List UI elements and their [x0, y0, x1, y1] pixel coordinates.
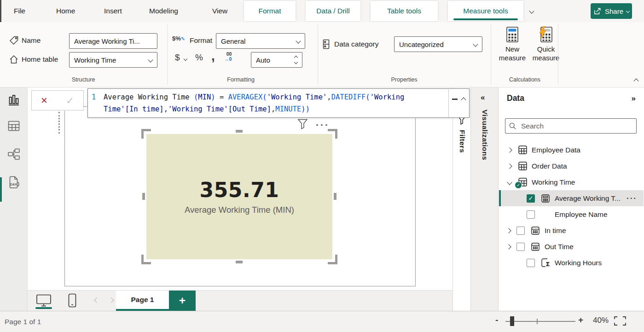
- cancel-formula-icon[interactable]: ×: [41, 95, 47, 106]
- field-checkbox[interactable]: [516, 243, 525, 251]
- format-icon: $%✎: [172, 35, 185, 42]
- selection-handle-edge[interactable]: [334, 193, 337, 200]
- expand-chevron-icon[interactable]: [506, 228, 511, 233]
- next-page-arrow-icon[interactable]: [109, 297, 114, 303]
- field-row-working-time[interactable]: ✓ Working Time: [499, 174, 644, 190]
- collapse-data-pane-icon[interactable]: »: [632, 94, 636, 103]
- tab-view[interactable]: View: [212, 0, 227, 22]
- mobile-layout-icon[interactable]: [68, 293, 76, 308]
- previous-page-arrow-icon[interactable]: [94, 297, 99, 303]
- filters-pane-title: Filters: [458, 130, 466, 153]
- currency-chevron-icon[interactable]: [184, 57, 187, 61]
- measure-name-input[interactable]: [69, 33, 157, 49]
- collapse-chevron-icon[interactable]: [507, 180, 512, 185]
- collapse-ribbon-chevron-icon[interactable]: [633, 78, 638, 83]
- add-page-button[interactable]: +: [169, 291, 196, 311]
- formula-bar: × ✓ 1Average Working Time (MIN) = AVERAG…: [31, 88, 470, 118]
- tab-overflow-chevron-icon[interactable]: [529, 8, 534, 13]
- expand-chevron-icon[interactable]: [506, 244, 511, 249]
- tab-data-drill[interactable]: Data / Drill: [306, 1, 360, 21]
- name-label: Name: [22, 36, 41, 45]
- commit-formula-icon[interactable]: ✓: [66, 96, 74, 105]
- tab-format[interactable]: Format: [244, 1, 296, 21]
- dax-query-view-icon[interactable]: DAX: [8, 176, 20, 189]
- selection-handle-corner[interactable]: [141, 255, 151, 264]
- tab-table-tools[interactable]: Table tools: [371, 1, 438, 21]
- quick-measure-icon: [539, 26, 553, 43]
- tab-insert[interactable]: Insert: [104, 0, 122, 22]
- dax-formula-editor[interactable]: 1Average Working Time (MIN) = AVERAGEX('…: [87, 88, 470, 118]
- measure-name-input-field[interactable]: [74, 37, 152, 45]
- dax-token: 'Working: [370, 93, 405, 101]
- filters-pane-collapsed[interactable]: Filters: [453, 87, 470, 311]
- card-value: 355.71: [200, 178, 279, 202]
- spinner-down-icon[interactable]: [294, 60, 298, 64]
- svg-text:DAX: DAX: [10, 183, 17, 186]
- field-checkbox[interactable]: [516, 227, 525, 235]
- selection-handle-corner[interactable]: [328, 255, 337, 264]
- visualizations-pane-collapsed[interactable]: « Visualizations: [470, 87, 498, 311]
- zoom-slider-track[interactable]: [505, 321, 575, 322]
- page-tab[interactable]: Page 1: [116, 291, 169, 311]
- thousands-separator-button[interactable]: ,: [211, 49, 215, 64]
- tab-measure-tools[interactable]: Measure tools: [448, 1, 523, 21]
- field-checkbox-checked[interactable]: ✓: [527, 194, 535, 203]
- field-row-working-hours[interactable]: Σ Working Hours: [499, 255, 644, 271]
- search-box[interactable]: [505, 118, 637, 134]
- expand-visualizations-icon[interactable]: «: [481, 93, 485, 102]
- zoom-in-button[interactable]: +: [578, 315, 583, 324]
- model-view-icon[interactable]: [8, 148, 20, 160]
- fit-to-page-icon[interactable]: [614, 316, 626, 326]
- percent-format-button[interactable]: %: [195, 52, 203, 63]
- format-select[interactable]: General: [216, 33, 305, 49]
- field-row-in-time[interactable]: In time: [499, 222, 644, 239]
- share-button[interactable]: Share: [591, 3, 632, 19]
- table-view-icon[interactable]: [8, 121, 20, 132]
- data-category-icon: [322, 39, 331, 49]
- card-visual[interactable]: 355.71 Average Working Time (MIN): [146, 134, 332, 259]
- field-checkbox[interactable]: [527, 210, 535, 219]
- decimal-places-spinner[interactable]: Auto: [251, 52, 302, 68]
- tab-modeling[interactable]: Modeling: [149, 0, 178, 22]
- selection-handle-edge[interactable]: [236, 261, 243, 263]
- expand-chevron-icon[interactable]: [507, 163, 512, 169]
- selection-handle-edge[interactable]: [142, 193, 145, 200]
- field-row-employee-name[interactable]: Employee Name: [499, 206, 644, 222]
- active-view-indicator: [0, 177, 2, 202]
- selection-handle-corner[interactable]: [141, 129, 151, 139]
- collapse-formula-bar-chevron-icon[interactable]: [461, 97, 466, 102]
- zoom-slider-handle[interactable]: [510, 316, 514, 326]
- field-checkbox[interactable]: [527, 259, 535, 267]
- expand-chevron-icon[interactable]: [507, 147, 512, 152]
- home-table-select[interactable]: Working Time: [69, 52, 157, 68]
- visual-more-options-icon[interactable]: ···: [316, 120, 330, 129]
- report-view-icon[interactable]: [8, 94, 20, 106]
- spinner-up-icon[interactable]: [294, 56, 298, 59]
- field-row-out-time[interactable]: Out Time: [499, 239, 644, 255]
- dax-token: [In time]: [125, 105, 164, 113]
- data-category-select[interactable]: Uncategorized: [394, 36, 482, 52]
- minimize-formula-bar-icon[interactable]: [452, 99, 458, 100]
- visual-filter-icon[interactable]: [297, 119, 308, 129]
- dax-line-1: 1Average Working Time (MIN) = AVERAGEX('…: [92, 91, 446, 103]
- decimal-places-button[interactable]: 00 →0: [224, 52, 232, 62]
- desktop-layout-icon[interactable]: [35, 294, 52, 307]
- field-row-average-working-time[interactable]: ✓ Average Working T... ···: [499, 190, 644, 206]
- data-pane: Data » Employee Data Order Data: [498, 87, 644, 311]
- selection-handle-edge[interactable]: [236, 130, 243, 133]
- dax-token: 'Working Time': [168, 105, 228, 113]
- tab-home[interactable]: Home: [56, 0, 75, 22]
- field-row-employee-data[interactable]: Employee Data: [499, 142, 644, 158]
- page-navigation-bar: Page 1 +: [28, 290, 453, 311]
- zoom-out-button[interactable]: -: [495, 315, 498, 324]
- home-table-select-chevron-icon: [148, 57, 153, 62]
- currency-format-button[interactable]: $: [175, 52, 180, 63]
- selection-handle-corner[interactable]: [328, 129, 337, 139]
- card-label: Average Working Time (MIN): [185, 205, 294, 215]
- powerbi-window: File Home Insert Modeling View Format Da…: [0, 0, 644, 332]
- field-more-options-icon[interactable]: ···: [627, 194, 637, 203]
- search-input[interactable]: [520, 122, 632, 131]
- new-measure-button[interactable]: New measure: [497, 26, 528, 62]
- tab-file[interactable]: File: [14, 0, 25, 22]
- field-row-order-data[interactable]: Order Data: [499, 158, 644, 174]
